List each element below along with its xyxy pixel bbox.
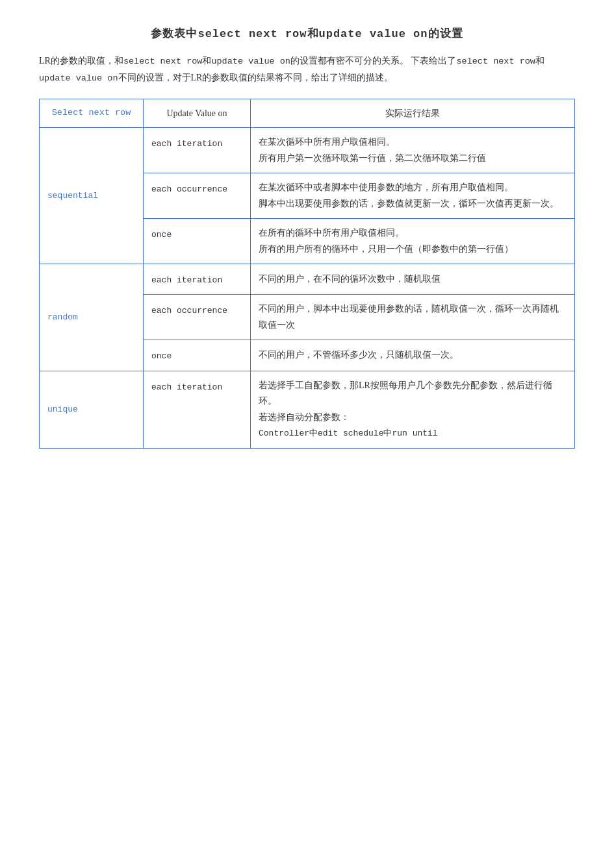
result-cell: 在某次循环中或者脚本中使用参数的地方，所有用户取值相同。脚本中出现要使用参数的话…: [251, 173, 575, 219]
update-value-cell: each occurrence: [144, 173, 251, 219]
table-row: randomeach iteration不同的用户，在不同的循环次数中，随机取值: [40, 264, 575, 295]
table-row: uniqueeach iteration若选择手工自配参数，那LR按照每用户几个…: [40, 371, 575, 448]
intro-paragraph: LR的参数的取值，和select next row和update value o…: [39, 53, 575, 87]
parameter-table: Select next row Update Value on 实际运行结果 s…: [39, 99, 575, 449]
header-result: 实际运行结果: [251, 99, 575, 128]
update-value-cell: each iteration: [144, 371, 251, 448]
select-next-row-cell: sequential: [40, 128, 144, 264]
result-cell: 在某次循环中所有用户取值相同。所有用户第一次循环取第一行值，第二次循环取第二行值: [251, 128, 575, 173]
update-value-cell: each occurrence: [144, 295, 251, 340]
select-next-row-cell: random: [40, 264, 144, 371]
update-value-cell: once: [144, 219, 251, 264]
header-update-value-on: Update Value on: [144, 99, 251, 128]
result-cell: 若选择手工自配参数，那LR按照每用户几个参数先分配参数，然后进行循环。若选择自动…: [251, 371, 575, 448]
header-select-next-row: Select next row: [40, 99, 144, 128]
select-next-row-cell: unique: [40, 371, 144, 448]
result-cell: 在所有的循环中所有用户取值相同。所有的用户所有的循环中，只用一个值（即参数中的第…: [251, 219, 575, 264]
update-value-cell: each iteration: [144, 264, 251, 295]
update-value-cell: each iteration: [144, 128, 251, 173]
page-title: 参数表中select next row和update value on的设置: [39, 26, 575, 41]
update-value-cell: once: [144, 340, 251, 371]
result-cell: 不同的用户，在不同的循环次数中，随机取值: [251, 264, 575, 295]
result-cell: 不同的用户，脚本中出现要使用参数的话，随机取值一次，循环一次再随机取值一次: [251, 295, 575, 340]
table-row: sequentialeach iteration在某次循环中所有用户取值相同。所…: [40, 128, 575, 173]
result-cell: 不同的用户，不管循环多少次，只随机取值一次。: [251, 340, 575, 371]
table-header-row: Select next row Update Value on 实际运行结果: [40, 99, 575, 128]
